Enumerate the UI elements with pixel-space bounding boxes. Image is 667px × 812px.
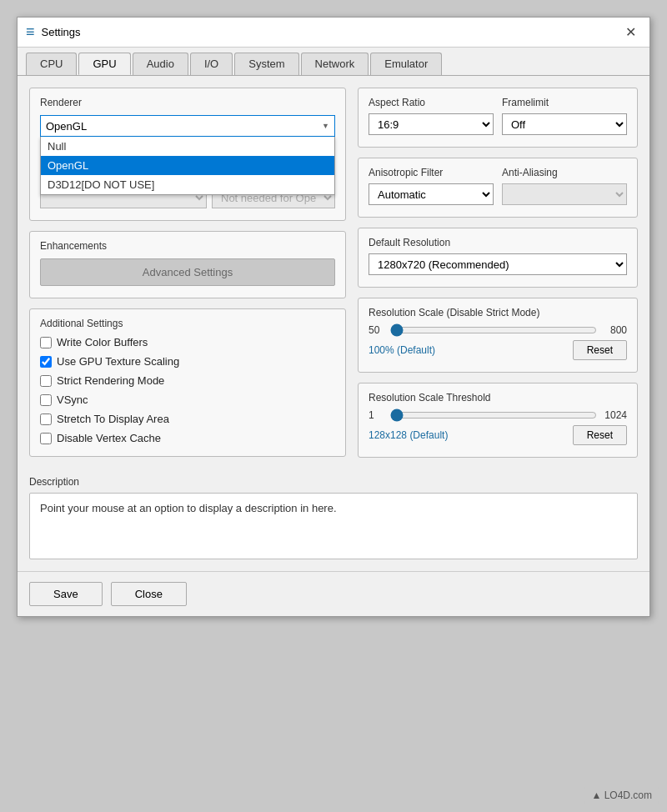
disable-vertex-cache-row: Disable Vertex Cache bbox=[40, 432, 335, 444]
strict-rendering-row: Strict Rendering Mode bbox=[40, 374, 335, 387]
app-icon: ≡ bbox=[26, 23, 35, 41]
resolution-scale-min: 50 bbox=[369, 324, 385, 336]
disable-vertex-cache-label: Disable Vertex Cache bbox=[57, 432, 161, 444]
anti-aliasing-cell: Anti-Aliasing bbox=[502, 167, 627, 205]
enhancements-section: Enhancements Advanced Settings bbox=[29, 231, 346, 298]
close-button[interactable]: Close bbox=[111, 582, 187, 606]
gpu-texture-scaling-row: Use GPU Texture Scaling bbox=[40, 355, 335, 368]
tab-gpu[interactable]: GPU bbox=[78, 53, 130, 75]
aspect-framelimit-section: Aspect Ratio 16:9 4:3 21:9 Framelimit Of… bbox=[358, 88, 638, 148]
anisotropic-cell: Anisotropic Filter Automatic 2x 4x 8x 16… bbox=[369, 167, 494, 205]
renderer-dropdown-list: Null OpenGL D3D12[DO NOT USE] bbox=[40, 137, 335, 195]
renderer-option-opengl[interactable]: OpenGL bbox=[41, 156, 334, 175]
description-box: Point your mouse at an option to display… bbox=[29, 493, 638, 559]
anti-aliasing-label: Anti-Aliasing bbox=[502, 167, 627, 178]
resolution-threshold-min: 1 bbox=[369, 409, 385, 421]
resolution-threshold-reset-button[interactable]: Reset bbox=[573, 425, 627, 445]
vsync-label: VSync bbox=[57, 393, 88, 406]
default-resolution-label: Default Resolution bbox=[369, 237, 627, 248]
default-resolution-dropdown[interactable]: 1280x720 (Recommended) 1920x1080 2560x14… bbox=[369, 253, 627, 275]
resolution-scale-slider[interactable] bbox=[390, 323, 597, 337]
title-bar: ≡ Settings ✕ bbox=[18, 18, 649, 48]
write-color-buffers-row: Write Color Buffers bbox=[40, 336, 335, 348]
strict-rendering-checkbox[interactable] bbox=[40, 375, 52, 387]
resolution-threshold-max: 1024 bbox=[602, 409, 627, 421]
vsync-checkbox[interactable] bbox=[40, 394, 52, 406]
resolution-scale-max: 800 bbox=[602, 324, 627, 336]
renderer-section: Renderer OpenGL Null OpenGL D3D12[DO NOT… bbox=[29, 88, 346, 221]
aspect-ratio-dropdown[interactable]: 16:9 4:3 21:9 bbox=[369, 113, 494, 135]
resolution-threshold-label: Resolution Scale Threshold bbox=[369, 392, 627, 403]
resolution-threshold-display: 128x128 (Default) bbox=[369, 429, 448, 441]
vsync-row: VSync bbox=[40, 393, 335, 406]
stretch-display-label: Stretch To Display Area bbox=[57, 413, 169, 425]
tab-system[interactable]: System bbox=[234, 53, 298, 75]
aspect-ratio-label: Aspect Ratio bbox=[369, 97, 494, 108]
description-label: Description bbox=[29, 476, 638, 488]
framelimit-label: Framelimit bbox=[502, 97, 627, 108]
enhancements-label: Enhancements bbox=[40, 240, 335, 252]
resolution-scale-section: Resolution Scale (Disable Strict Mode) 5… bbox=[358, 298, 638, 373]
bottom-bar: Save Close bbox=[18, 571, 649, 616]
close-window-button[interactable]: ✕ bbox=[620, 23, 641, 42]
renderer-dropdown-trigger[interactable]: OpenGL bbox=[40, 115, 335, 137]
tab-cpu[interactable]: CPU bbox=[26, 53, 77, 75]
resolution-threshold-slider[interactable] bbox=[390, 409, 597, 422]
stretch-display-checkbox[interactable] bbox=[40, 414, 52, 425]
disable-vertex-cache-checkbox[interactable] bbox=[40, 433, 52, 444]
renderer-option-null[interactable]: Null bbox=[41, 137, 334, 156]
watermark: ▲ LO4D.com bbox=[584, 787, 659, 804]
tab-audio[interactable]: Audio bbox=[133, 53, 188, 75]
main-content: Renderer OpenGL Null OpenGL D3D12[DO NOT… bbox=[18, 76, 649, 571]
aspect-ratio-cell: Aspect Ratio 16:9 4:3 21:9 bbox=[369, 97, 494, 135]
aspect-framelimit-row: Aspect Ratio 16:9 4:3 21:9 Framelimit Of… bbox=[369, 97, 627, 135]
anisotropic-dropdown[interactable]: Automatic 2x 4x 8x 16x bbox=[369, 183, 494, 205]
anisotropic-label: Anisotropic Filter bbox=[369, 167, 494, 178]
renderer-label: Renderer bbox=[40, 97, 335, 108]
tabs-bar: CPU GPU Audio I/O System Network Emulato… bbox=[18, 48, 649, 76]
renderer-selected-value: OpenGL bbox=[46, 120, 87, 133]
right-column: Aspect Ratio 16:9 4:3 21:9 Framelimit Of… bbox=[358, 88, 638, 468]
resolution-scale-value-row: 100% (Default) Reset bbox=[369, 340, 627, 360]
two-column-layout: Renderer OpenGL Null OpenGL D3D12[DO NOT… bbox=[29, 88, 638, 468]
framelimit-cell: Framelimit Off 30 60 Auto bbox=[502, 97, 627, 135]
additional-settings-label: Additional Settings bbox=[40, 318, 335, 329]
default-resolution-section: Default Resolution 1280x720 (Recommended… bbox=[358, 228, 638, 288]
gpu-texture-scaling-label: Use GPU Texture Scaling bbox=[57, 355, 179, 368]
anti-aliasing-dropdown[interactable] bbox=[502, 183, 627, 205]
tab-emulator[interactable]: Emulator bbox=[370, 53, 442, 75]
strict-rendering-label: Strict Rendering Mode bbox=[57, 374, 164, 387]
resolution-scale-reset-button[interactable]: Reset bbox=[573, 340, 627, 360]
write-color-buffers-checkbox[interactable] bbox=[40, 337, 52, 348]
title-bar-left: ≡ Settings bbox=[26, 23, 81, 41]
left-column: Renderer OpenGL Null OpenGL D3D12[DO NOT… bbox=[29, 88, 346, 468]
advanced-settings-button[interactable]: Advanced Settings bbox=[40, 258, 335, 286]
settings-window: ≡ Settings ✕ CPU GPU Audio I/O System Ne… bbox=[17, 17, 650, 617]
resolution-threshold-slider-row: 1 1024 bbox=[369, 409, 627, 422]
aniso-antialias-section: Anisotropic Filter Automatic 2x 4x 8x 16… bbox=[358, 158, 638, 218]
additional-settings-section: Additional Settings Write Color Buffers … bbox=[29, 308, 346, 457]
tab-network[interactable]: Network bbox=[301, 53, 369, 75]
resolution-scale-label: Resolution Scale (Disable Strict Mode) bbox=[369, 307, 627, 318]
resolution-scale-slider-row: 50 800 bbox=[369, 323, 627, 337]
framelimit-dropdown[interactable]: Off 30 60 Auto bbox=[502, 113, 627, 135]
stretch-display-row: Stretch To Display Area bbox=[40, 413, 335, 425]
gpu-texture-scaling-checkbox[interactable] bbox=[40, 356, 52, 368]
aniso-antialias-row: Anisotropic Filter Automatic 2x 4x 8x 16… bbox=[369, 167, 627, 205]
renderer-option-d3d12[interactable]: D3D12[DO NOT USE] bbox=[41, 175, 334, 194]
resolution-threshold-section: Resolution Scale Threshold 1 1024 128x12… bbox=[358, 383, 638, 458]
tab-io[interactable]: I/O bbox=[190, 53, 233, 75]
save-button[interactable]: Save bbox=[29, 582, 103, 606]
write-color-buffers-label: Write Color Buffers bbox=[57, 336, 148, 348]
resolution-threshold-value-row: 128x128 (Default) Reset bbox=[369, 425, 627, 445]
renderer-dropdown-container: OpenGL Null OpenGL D3D12[DO NOT USE] bbox=[40, 115, 335, 137]
description-section: Description Point your mouse at an optio… bbox=[29, 476, 638, 559]
resolution-scale-display: 100% (Default) bbox=[369, 344, 435, 356]
window-title: Settings bbox=[42, 26, 81, 38]
